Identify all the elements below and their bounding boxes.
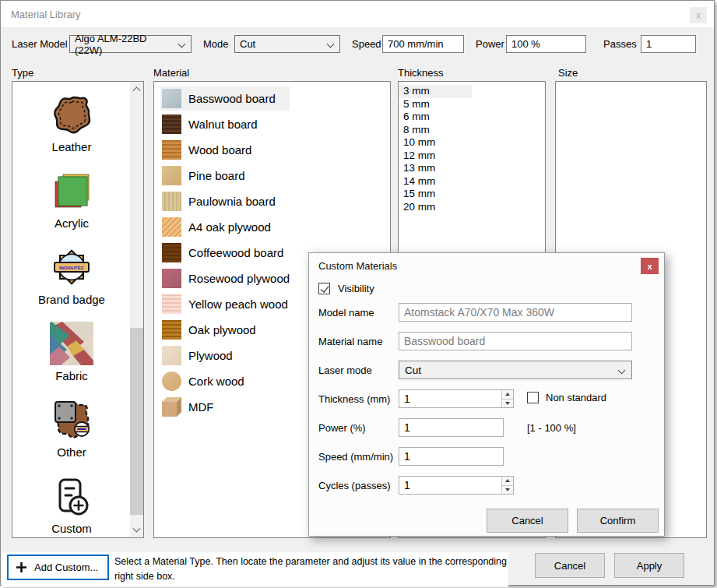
passes-input[interactable] bbox=[641, 35, 696, 53]
chevron-up-icon[interactable] bbox=[130, 82, 143, 95]
power-input[interactable] bbox=[506, 35, 586, 53]
laser-model-select[interactable]: Algo ALM-22BD (22W) bbox=[69, 35, 192, 53]
column-header-material: Material bbox=[153, 67, 189, 79]
material-label: A4 oak plywood bbox=[188, 220, 271, 234]
spin-down-icon[interactable] bbox=[502, 485, 513, 495]
sidebar-item-label: Brand badge bbox=[38, 293, 105, 306]
svg-text:INOVAITEC: INOVAITEC bbox=[59, 266, 85, 270]
laser-model-label: Laser Model bbox=[12, 38, 68, 50]
spin-up-icon[interactable] bbox=[502, 390, 513, 399]
thickness-list-item[interactable]: 20 mm bbox=[399, 201, 545, 214]
material-swatch bbox=[162, 114, 181, 134]
custom-icon bbox=[50, 474, 93, 518]
sidebar-item-label: Fabric bbox=[55, 369, 88, 382]
material-list-item[interactable]: Walnut board bbox=[154, 111, 390, 137]
non-standard-label: Non standard bbox=[546, 392, 606, 403]
scrollbar[interactable] bbox=[130, 82, 143, 537]
material-swatch bbox=[162, 346, 181, 365]
chevron-down-icon[interactable] bbox=[130, 524, 143, 537]
thickness-list-item[interactable]: 14 mm bbox=[399, 175, 545, 188]
thickness-list-item[interactable]: 13 mm bbox=[399, 162, 545, 175]
column-header-size: Size bbox=[558, 67, 578, 79]
material-label: Cork wood bbox=[188, 375, 244, 388]
material-library-window: Material Library x Laser Model Algo ALM-… bbox=[0, 0, 715, 586]
speed-input[interactable] bbox=[382, 35, 464, 53]
sidebar-item-label: Acrylic bbox=[54, 217, 89, 230]
fabric-icon bbox=[50, 322, 93, 365]
thickness-list-item[interactable]: 3 mm bbox=[399, 85, 472, 98]
thickness-list-item[interactable]: 5 mm bbox=[399, 98, 545, 111]
power-range-hint: [1 - 100 %] bbox=[527, 422, 576, 434]
spin-down-icon[interactable] bbox=[502, 399, 513, 408]
laser-mode-value: Cut bbox=[405, 364, 421, 376]
material-swatch bbox=[162, 217, 181, 237]
material-label: Wood board bbox=[188, 143, 251, 157]
material-label: Pine board bbox=[188, 169, 245, 182]
sidebar-item-acrylic[interactable]: Acrylic bbox=[36, 160, 107, 237]
scrollbar-thumb[interactable] bbox=[130, 328, 143, 515]
material-list-item[interactable]: A4 oak plywood bbox=[154, 214, 390, 240]
thickness-input[interactable] bbox=[399, 390, 501, 407]
non-standard-checkbox[interactable] bbox=[527, 392, 539, 403]
material-label: Rosewood plywood bbox=[188, 272, 290, 285]
material-swatch bbox=[162, 192, 181, 211]
material-list-item[interactable]: Wood board bbox=[154, 137, 390, 163]
thickness-list-item[interactable]: 10 mm bbox=[399, 136, 545, 150]
power-input[interactable] bbox=[399, 418, 504, 437]
model-name-input[interactable] bbox=[399, 303, 632, 322]
material-label: MDF bbox=[188, 400, 214, 414]
laser-mode-select[interactable]: Cut bbox=[399, 361, 632, 379]
sidebar-item-leather[interactable]: Leather bbox=[36, 84, 107, 160]
acrylic-icon bbox=[50, 169, 93, 213]
add-custom-button[interactable]: Add Custom... bbox=[7, 555, 109, 580]
custom-materials-dialog: Custom Materials x Visibility Model name… bbox=[308, 252, 665, 537]
power-label: Power bbox=[476, 38, 504, 50]
speed-label: Speed bbox=[352, 38, 381, 50]
power-label: Power (%) bbox=[318, 422, 366, 434]
sidebar-item-brand-badge[interactable]: INOVAITEC Brand badge bbox=[36, 237, 107, 313]
laser-model-value: Algo ALM-22BD (22W) bbox=[75, 33, 172, 56]
material-label: Yellow peach wood bbox=[188, 298, 288, 311]
material-name-input[interactable] bbox=[399, 332, 632, 350]
chevron-down-icon bbox=[178, 40, 186, 48]
dialog-cancel-button[interactable]: Cancel bbox=[487, 509, 568, 533]
cycles-input[interactable] bbox=[399, 477, 501, 494]
thickness-list-item[interactable]: 12 mm bbox=[399, 150, 545, 163]
sidebar-item-fabric[interactable]: Fabric bbox=[36, 313, 107, 389]
thickness-list-item[interactable]: 6 mm bbox=[399, 111, 545, 124]
dialog-confirm-button[interactable]: Confirm bbox=[577, 509, 659, 533]
material-swatch bbox=[162, 140, 181, 160]
material-label: Basswood board bbox=[188, 92, 276, 105]
material-swatch bbox=[162, 269, 181, 288]
material-label: Oak plywood bbox=[188, 323, 256, 336]
model-name-label: Model name bbox=[318, 307, 374, 319]
column-header-type: Type bbox=[12, 67, 33, 79]
sidebar-item-label: Leather bbox=[52, 140, 92, 153]
material-label: Plywood bbox=[188, 349, 233, 362]
titlebar: Material Library x bbox=[1, 1, 714, 27]
passes-label: Passes bbox=[603, 38, 637, 50]
material-list-item[interactable]: Basswood board bbox=[154, 86, 390, 111]
visibility-checkbox[interactable] bbox=[318, 283, 330, 294]
thickness-stepper[interactable] bbox=[399, 389, 514, 408]
speed-input[interactable] bbox=[399, 447, 504, 466]
laser-mode-label: Laser mode bbox=[318, 364, 372, 376]
spin-up-icon[interactable] bbox=[502, 477, 513, 485]
thickness-list-item[interactable]: 15 mm bbox=[399, 188, 545, 201]
sidebar-item-other[interactable]: Other bbox=[36, 389, 107, 466]
material-swatch bbox=[162, 294, 181, 314]
sidebar-item-custom[interactable]: Custom bbox=[36, 466, 107, 537]
window-title: Material Library bbox=[11, 9, 81, 20]
close-icon[interactable]: x bbox=[690, 7, 707, 23]
apply-button[interactable]: Apply bbox=[614, 553, 684, 578]
plus-icon bbox=[16, 562, 27, 573]
type-list: Leather Acrylic bbox=[12, 81, 144, 538]
material-list-item[interactable]: Pine board bbox=[154, 163, 390, 188]
mode-select[interactable]: Cut bbox=[234, 35, 340, 53]
cancel-button[interactable]: Cancel bbox=[535, 553, 605, 578]
material-name-label: Material name bbox=[318, 336, 382, 347]
material-list-item[interactable]: Paulownia board bbox=[154, 188, 390, 214]
cycles-stepper[interactable] bbox=[399, 476, 514, 495]
thickness-list-item[interactable]: 8 mm bbox=[399, 124, 545, 137]
close-icon[interactable]: x bbox=[641, 258, 659, 274]
